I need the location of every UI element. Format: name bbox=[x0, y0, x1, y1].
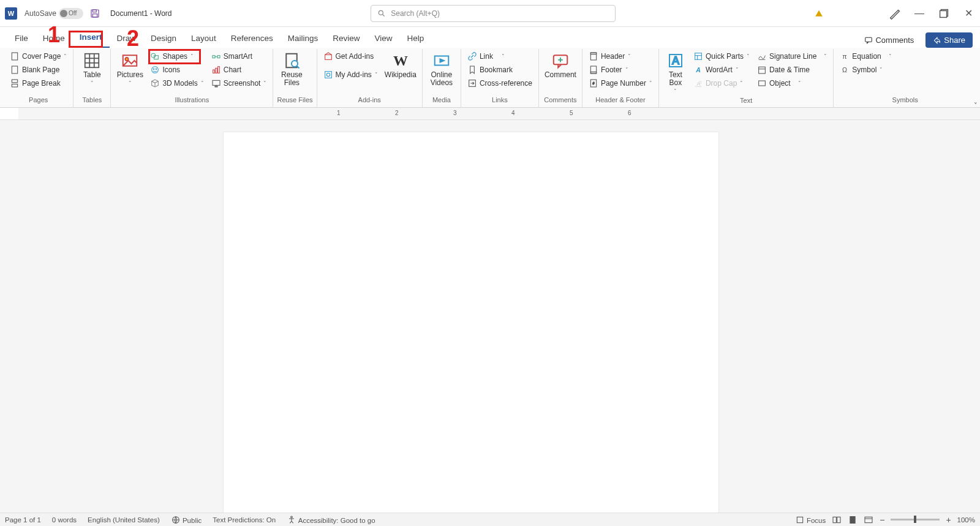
wikipedia-button[interactable]: W Wikipedia bbox=[383, 50, 418, 80]
3d-models-button[interactable]: 3D Models˅ bbox=[148, 77, 206, 89]
comment-button[interactable]: Comment bbox=[543, 50, 578, 80]
tab-help[interactable]: Help bbox=[400, 30, 432, 48]
autosave-toggle[interactable]: Off bbox=[59, 8, 83, 19]
ruler-num: 5 bbox=[570, 110, 573, 116]
table-button[interactable]: Table˅ bbox=[77, 50, 107, 88]
equation-button[interactable]: πEquation˅ bbox=[837, 50, 894, 62]
footer-button[interactable]: Footer˅ bbox=[586, 64, 655, 76]
svg-line-4 bbox=[383, 14, 385, 16]
tab-review[interactable]: Review bbox=[325, 30, 367, 48]
vertical-ruler[interactable] bbox=[0, 120, 18, 513]
status-public[interactable]: Public bbox=[171, 515, 202, 525]
svg-point-18 bbox=[126, 58, 129, 61]
new-comment-icon bbox=[551, 51, 570, 70]
get-addins-button[interactable]: Get Add-ins bbox=[321, 50, 380, 62]
group-comments: Comment Comments bbox=[539, 49, 582, 107]
cover-page-button[interactable]: Cover Page˅ bbox=[7, 50, 69, 62]
drop-cap-button[interactable]: ADrop Cap˅ bbox=[691, 77, 752, 89]
cross-ref-label: Cross-reference bbox=[480, 79, 532, 88]
tab-home[interactable]: Home bbox=[36, 30, 72, 48]
header-icon bbox=[589, 51, 598, 61]
page-break-button[interactable]: Page Break bbox=[7, 77, 69, 89]
search-placeholder: Search (Alt+Q) bbox=[391, 9, 440, 18]
pictures-button[interactable]: Pictures˅ bbox=[115, 50, 145, 88]
title-bar: W AutoSave Off Document1 - Word Search (… bbox=[0, 0, 980, 27]
svg-rect-61 bbox=[759, 81, 766, 86]
group-label-addins: Add-ins bbox=[321, 95, 418, 106]
minimize-button[interactable]: — bbox=[913, 7, 926, 20]
zoom-slider[interactable] bbox=[891, 519, 940, 520]
status-predictions[interactable]: Text Predictions: On bbox=[213, 516, 276, 524]
tab-insert[interactable]: Insert bbox=[72, 29, 110, 48]
document-page[interactable] bbox=[224, 132, 718, 513]
smartart-button[interactable]: SmartArt bbox=[209, 50, 270, 62]
symbol-button[interactable]: ΩSymbol˅ bbox=[837, 64, 894, 76]
wordart-button[interactable]: AWordArt˅ bbox=[691, 64, 752, 76]
web-layout-button[interactable] bbox=[864, 515, 873, 525]
status-bar: Page 1 of 1 0 words English (United Stat… bbox=[0, 513, 980, 526]
svg-rect-1 bbox=[92, 10, 96, 12]
link-button[interactable]: Link˅ bbox=[465, 50, 535, 62]
svg-text:Ω: Ω bbox=[842, 66, 847, 73]
tab-layout[interactable]: Layout bbox=[184, 30, 224, 48]
zoom-level[interactable]: 100% bbox=[957, 516, 975, 524]
shapes-button[interactable]: Shapes˅ bbox=[148, 50, 206, 62]
ribbon-tabs-bar: File Home Insert Draw Design Layout Refe… bbox=[0, 27, 980, 48]
screenshot-button[interactable]: Screenshot˅ bbox=[209, 77, 270, 89]
pen-icon[interactable] bbox=[888, 7, 902, 20]
date-time-button[interactable]: Date & Time bbox=[755, 64, 829, 76]
page-number-button[interactable]: #Page Number˅ bbox=[586, 77, 655, 89]
footer-label: Footer bbox=[601, 66, 622, 74]
status-language[interactable]: English (United States) bbox=[88, 516, 160, 524]
blank-page-button[interactable]: Blank Page bbox=[7, 64, 69, 76]
read-mode-button[interactable] bbox=[832, 515, 842, 525]
focus-mode-button[interactable]: Focus bbox=[795, 515, 826, 525]
restore-button[interactable] bbox=[937, 7, 951, 20]
search-input[interactable]: Search (Alt+Q) bbox=[371, 5, 616, 22]
warning-icon[interactable] bbox=[815, 9, 823, 18]
svg-rect-70 bbox=[865, 517, 872, 522]
comments-button[interactable]: Comments bbox=[858, 32, 921, 48]
text-box-label: Text Box bbox=[669, 71, 682, 87]
signature-label: Signature Line bbox=[769, 52, 816, 61]
status-page[interactable]: Page 1 of 1 bbox=[5, 516, 41, 524]
text-box-button[interactable]: A Text Box˅ bbox=[663, 50, 688, 96]
header-button[interactable]: Header˅ bbox=[586, 50, 655, 62]
horizontal-ruler[interactable]: 1 2 3 4 5 6 bbox=[18, 108, 980, 120]
reuse-files-button[interactable]: Reuse Files bbox=[277, 50, 306, 88]
object-button[interactable]: Object˅ bbox=[755, 77, 829, 89]
bookmark-button[interactable]: Bookmark bbox=[465, 64, 535, 76]
my-addins-button[interactable]: My Add-ins˅ bbox=[321, 69, 380, 81]
close-button[interactable]: ✕ bbox=[962, 7, 975, 20]
share-button[interactable]: Share bbox=[925, 32, 973, 48]
print-layout-button[interactable] bbox=[848, 515, 858, 525]
tab-draw[interactable]: Draw bbox=[110, 30, 144, 48]
cross-reference-button[interactable]: Cross-reference bbox=[465, 77, 535, 89]
icons-button[interactable]: Icons bbox=[148, 64, 206, 76]
chart-button[interactable]: Chart bbox=[209, 64, 270, 76]
status-accessibility[interactable]: Accessibility: Good to go bbox=[287, 515, 375, 525]
quick-parts-button[interactable]: Quick Parts˅ bbox=[691, 50, 752, 62]
group-label-hf: Header & Footer bbox=[586, 95, 655, 106]
table-icon bbox=[83, 51, 101, 70]
tab-mailings[interactable]: Mailings bbox=[281, 30, 326, 48]
svg-text:A: A bbox=[695, 66, 701, 73]
status-words[interactable]: 0 words bbox=[52, 516, 77, 524]
group-media: Online Videos Media bbox=[423, 49, 461, 107]
tab-references[interactable]: References bbox=[224, 30, 281, 48]
svg-rect-59 bbox=[759, 67, 766, 73]
save-icon[interactable] bbox=[89, 8, 100, 19]
svg-rect-35 bbox=[325, 72, 331, 78]
tab-design[interactable]: Design bbox=[143, 30, 184, 48]
video-label: Online Videos bbox=[431, 71, 453, 87]
tab-view[interactable]: View bbox=[367, 30, 399, 48]
wikipedia-label: Wikipedia bbox=[385, 71, 417, 79]
cross-ref-icon bbox=[467, 78, 477, 88]
signature-line-button[interactable]: Signature Line˅ bbox=[755, 50, 829, 62]
tab-file[interactable]: File bbox=[7, 30, 36, 48]
online-videos-button[interactable]: Online Videos bbox=[426, 50, 457, 88]
svg-rect-30 bbox=[215, 86, 217, 87]
zoom-out-button[interactable]: − bbox=[880, 515, 884, 525]
svg-point-3 bbox=[379, 10, 383, 15]
zoom-in-button[interactable]: + bbox=[946, 515, 951, 525]
